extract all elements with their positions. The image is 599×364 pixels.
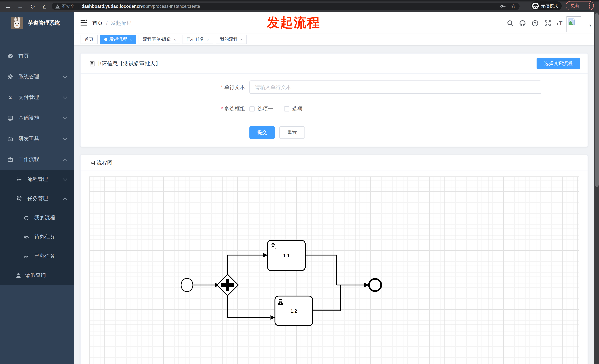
sidebar-item-devtools[interactable]: 研发工具 xyxy=(0,128,74,149)
tab-form-edit[interactable]: 流程表单-编辑× xyxy=(139,35,180,44)
gear-icon xyxy=(7,74,13,80)
browser-forward-button[interactable]: → xyxy=(15,1,26,12)
tab-done-tasks[interactable]: 已办任务× xyxy=(183,35,213,44)
flow-task2-out xyxy=(313,285,340,311)
select-other-process-button[interactable]: 选择其它流程 xyxy=(537,58,580,69)
password-key-icon[interactable] xyxy=(500,3,506,9)
chevron-down-icon xyxy=(63,117,67,119)
page-scrollbar[interactable] xyxy=(594,12,599,364)
chevron-down-icon xyxy=(63,137,67,140)
bpmn-user-task-1-1[interactable]: 1.1 xyxy=(268,240,305,271)
bpmn-canvas[interactable]: 1.1 1.2 xyxy=(89,177,579,364)
tags-view: 首页 发起流程× 流程表单-编辑× 已办任务× 我的流程× xyxy=(74,34,594,45)
sidebar-item-process-mgmt[interactable]: 流程管理 xyxy=(0,170,74,189)
checkbox-group-label: *多选框组 xyxy=(171,106,245,112)
checkbox-option-one-label[interactable]: 选项一 xyxy=(257,106,273,112)
sidebar-item-task-mgmt[interactable]: 任务管理 xyxy=(0,189,74,208)
incognito-icon xyxy=(532,3,539,9)
browser-back-button[interactable]: ← xyxy=(3,1,13,12)
sidebar-item-system[interactable]: 系统管理 xyxy=(0,67,74,87)
tab-my-process[interactable]: 我的流程× xyxy=(216,35,247,44)
sidebar-item-payment[interactable]: ¥ 支付管理 xyxy=(0,87,74,108)
submit-button[interactable]: 提交 xyxy=(249,126,275,139)
sidebar-item-label: 基础设施 xyxy=(18,115,39,121)
avatar-caret-down-icon[interactable]: ▼ xyxy=(589,24,592,27)
chevron-up-icon xyxy=(63,158,67,161)
sidebar-item-my-process[interactable]: 我的流程 xyxy=(0,208,74,227)
close-icon[interactable]: × xyxy=(174,37,176,42)
github-icon[interactable] xyxy=(519,20,526,26)
sidebar-item-label: 首页 xyxy=(18,53,29,59)
browser-menu-dots-icon[interactable] xyxy=(589,3,590,9)
sidebar-menu: 首页 系统管理 ¥ 支付管理 基础设施 研发工具 xyxy=(0,46,74,285)
close-icon[interactable]: × xyxy=(240,37,243,42)
sidebar-item-leave-query[interactable]: 请假查询 xyxy=(0,266,74,285)
svg-text:?: ? xyxy=(534,21,536,25)
browser-update-button[interactable]: 更新 xyxy=(566,1,594,10)
bpmn-user-task-1-2[interactable]: 1.2 xyxy=(275,296,313,326)
browser-home-button[interactable]: ⌂ xyxy=(40,1,50,12)
flow-task1-out xyxy=(305,255,337,285)
bookmark-star-icon[interactable]: ☆ xyxy=(511,3,516,10)
address-bar[interactable]: 不安全 | dashboard.yudao.iocoder.cn/bpm/pro… xyxy=(52,3,520,10)
app-title: 芋道管理系统 xyxy=(28,20,60,26)
browser-toolbar: ← → ↻ ⌂ 不安全 | dashboard.yudao.iocoder.cn… xyxy=(0,0,599,12)
checkbox-option-two-label[interactable]: 选项二 xyxy=(292,106,308,112)
broken-image-icon xyxy=(568,17,576,25)
chevron-down-icon xyxy=(63,76,67,78)
apply-info-card-header: 申请信息【测试多审批人】 选择其它流程 xyxy=(80,53,588,74)
page-scrollbar-thumb[interactable] xyxy=(595,13,599,187)
yen-icon: ¥ xyxy=(7,94,13,101)
bpmn-parallel-gateway[interactable] xyxy=(217,274,238,296)
browser-reload-button[interactable]: ↻ xyxy=(27,1,38,12)
bpmn-diagram: 1.1 1.2 xyxy=(89,177,579,364)
sidebar-item-infra[interactable]: 基础设施 xyxy=(0,108,74,128)
close-icon[interactable]: × xyxy=(207,37,209,42)
font-size-icon[interactable]: TT xyxy=(556,20,564,26)
security-label: 不安全 xyxy=(62,3,74,9)
sidebar-item-workflow[interactable]: 工作流程 xyxy=(0,149,74,170)
process-diagram-title: 流程图 xyxy=(97,159,113,166)
flow-gateway-to-task1 xyxy=(228,255,264,275)
sidebar-collapse-icon[interactable] xyxy=(80,20,88,26)
close-icon[interactable]: × xyxy=(130,37,132,42)
tab-home[interactable]: 首页 xyxy=(80,35,97,44)
sidebar-item-label: 系统管理 xyxy=(18,74,39,80)
bpmn-end-event[interactable] xyxy=(369,279,381,291)
fullscreen-icon[interactable] xyxy=(544,20,551,26)
incognito-badge: 无痕模式 xyxy=(531,1,562,10)
breadcrumb-separator: / xyxy=(106,20,107,26)
sidebar-item-label: 流程管理 xyxy=(27,176,48,183)
breadcrumb-current: 发起流程 xyxy=(111,20,132,26)
sidebar-item-label: 工作流程 xyxy=(18,156,39,163)
flow-gateway-to-task2 xyxy=(228,295,270,317)
flow-icon xyxy=(16,196,22,202)
required-asterisk: * xyxy=(221,106,223,111)
single-line-text-input[interactable] xyxy=(249,80,541,94)
sidebar-item-home[interactable]: 首页 xyxy=(0,46,74,67)
svg-text:T: T xyxy=(559,20,563,26)
apply-info-title: 申请信息【测试多审批人】 xyxy=(97,60,161,67)
checkbox-option-two[interactable] xyxy=(284,106,289,111)
chevron-up-icon xyxy=(63,197,67,200)
help-icon[interactable]: ? xyxy=(532,20,538,26)
process-diagram-card: 流程图 xyxy=(80,155,588,364)
browser-tab-strip xyxy=(0,0,599,1)
logo-row[interactable]: 芋道管理系统 xyxy=(0,12,74,33)
sidebar-item-label: 任务管理 xyxy=(27,195,48,202)
tab-start-process[interactable]: 发起流程× xyxy=(100,35,136,44)
sidebar-item-label: 已办任务 xyxy=(34,253,55,260)
breadcrumb-home[interactable]: 首页 xyxy=(92,20,103,26)
checkbox-group: 选项一 选项二 xyxy=(249,106,308,112)
checkbox-option-one[interactable] xyxy=(249,106,255,111)
process-diagram-card-header: 流程图 xyxy=(80,155,588,171)
reset-button[interactable]: 重置 xyxy=(279,126,305,139)
search-icon[interactable] xyxy=(507,20,514,26)
sidebar-item-todo-tasks[interactable]: 待办任务 xyxy=(0,227,74,247)
url-path: /bpm/process-instance/create xyxy=(142,4,200,9)
bpmn-start-event[interactable] xyxy=(181,278,193,292)
toolbox-icon xyxy=(7,136,13,142)
avatar[interactable] xyxy=(566,16,581,32)
sidebar-item-done-tasks[interactable]: 已办任务 xyxy=(0,247,74,266)
sidebar-item-label: 支付管理 xyxy=(18,94,39,101)
